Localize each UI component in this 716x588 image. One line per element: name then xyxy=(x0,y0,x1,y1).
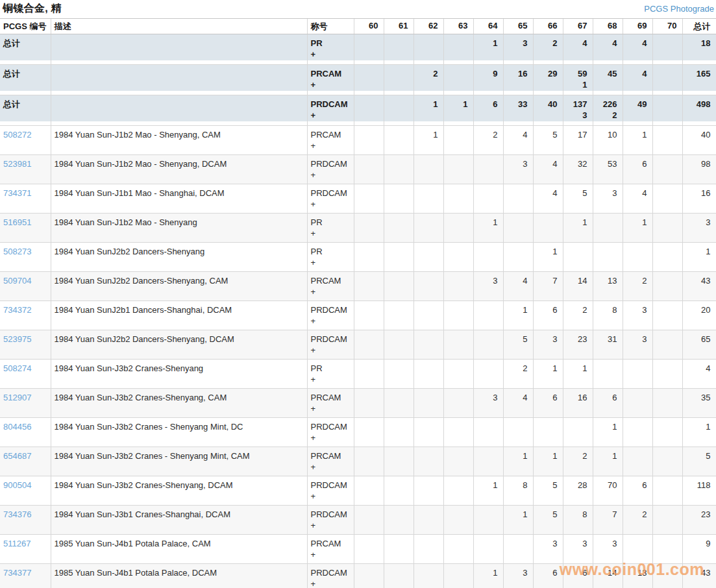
row-total-cell: 43 xyxy=(682,272,716,301)
grade-cell-64 xyxy=(473,184,503,214)
description-cell: 1984 Yuan Sun-J1b2 Mao - Shenyang, CAM xyxy=(51,126,307,155)
grade-cell-69: 13 xyxy=(623,564,652,588)
grade-cell-62 xyxy=(414,564,443,588)
grade-cell-67: 6 xyxy=(563,564,593,588)
designation-cell: PR+ xyxy=(307,34,354,65)
designation-cell: PRDCAM+ xyxy=(307,301,354,330)
grade-cell-69 xyxy=(623,389,652,418)
designation-cell: PRCAM+ xyxy=(307,65,354,95)
grade-cell-64 xyxy=(473,360,503,389)
pcgs-number-link[interactable]: 734372 xyxy=(3,305,31,315)
pcgs-number-cell: 508273 xyxy=(0,243,51,272)
row-total-cell: 1 xyxy=(682,418,716,447)
description-cell: 1984 Yuan SunJ2b1 Dancers-Shanghai, DCAM xyxy=(51,301,307,330)
grade-cell-64 xyxy=(473,418,503,447)
grade-cell-66: 1 xyxy=(533,360,563,389)
pcgs-number-link[interactable]: 523975 xyxy=(3,334,31,344)
grade-cell-64: 6 xyxy=(473,95,503,126)
grade-cell-65 xyxy=(503,184,533,214)
grade-cell-62: 2 xyxy=(414,65,443,95)
pcgs-number-link[interactable]: 512907 xyxy=(3,393,31,402)
grade-cell-61 xyxy=(384,301,414,330)
grade-cell-69: 1 xyxy=(623,214,652,243)
description-cell: 1984 Yuan Sun-J3b2 Cranes - Shenyang Min… xyxy=(51,418,307,447)
grade-cell-63 xyxy=(443,34,473,65)
grade-cell-63 xyxy=(443,360,473,389)
grade-cell-70 xyxy=(652,243,682,272)
grade-cell-67: 5 xyxy=(563,184,593,214)
population-table: PCGS 编号 描述 称号 6061626364656667686970总计 总… xyxy=(0,18,716,588)
grade-cell-60 xyxy=(354,535,384,564)
grade-cell-67: 28 xyxy=(563,476,593,506)
grade-cell-69: 1 xyxy=(623,126,652,155)
pcgs-number-link[interactable]: 734371 xyxy=(3,188,31,198)
row-total-cell: 16 xyxy=(682,184,716,214)
pcgs-number-link[interactable]: 734376 xyxy=(3,509,31,519)
designation-cell: PR+ xyxy=(307,360,354,389)
grade-column-header-63: 63 xyxy=(443,19,473,34)
pcgs-number-cell: 900504 xyxy=(0,476,51,506)
grade-cell-68: 45 xyxy=(593,65,623,95)
grade-cell-64 xyxy=(473,243,503,272)
designation-cell: PRDCAM+ xyxy=(307,95,354,126)
total-column-header: 总计 xyxy=(682,19,716,34)
grade-cell-69: 6 xyxy=(623,155,652,184)
grade-cell-63 xyxy=(443,301,473,330)
grade-cell-70 xyxy=(652,95,682,126)
grade-cell-67: 4 xyxy=(563,34,593,65)
grade-cell-64 xyxy=(473,447,503,476)
grade-cell-67: 2 xyxy=(563,301,593,330)
grade-cell-61 xyxy=(384,564,414,588)
grade-cell-67: 8 xyxy=(563,506,593,535)
grade-cell-60 xyxy=(354,564,384,588)
grade-cell-65 xyxy=(503,243,533,272)
grade-cell-64: 1 xyxy=(473,214,503,243)
pcgs-number-link[interactable]: 508273 xyxy=(3,247,31,256)
pcgs-number-link[interactable]: 654687 xyxy=(3,451,31,461)
grade-cell-70 xyxy=(652,126,682,155)
grade-cell-62 xyxy=(414,535,443,564)
grade-cell-64 xyxy=(473,155,503,184)
grade-cell-70 xyxy=(652,447,682,476)
designation-cell: PRDCAM+ xyxy=(307,155,354,184)
pcgs-number-link[interactable]: 508274 xyxy=(3,363,31,373)
grade-cell-69 xyxy=(623,360,652,389)
grade-cell-65: 33 xyxy=(503,95,533,126)
table-row: 7343771985 Yuan Sun-J4b1 Potala Palace, … xyxy=(0,564,716,588)
pcgs-number-link[interactable]: 511267 xyxy=(3,539,31,548)
pcgs-number-link[interactable]: 508272 xyxy=(3,130,31,140)
pcgs-number-link[interactable]: 516951 xyxy=(3,217,31,227)
row-total-cell: 40 xyxy=(682,126,716,155)
grade-column-header-66: 66 xyxy=(533,19,563,34)
grade-cell-69: 3 xyxy=(623,301,652,330)
grade-cell-66: 3 xyxy=(533,535,563,564)
description-cell: 1984 Yuan SunJ2b2 Dancers-Shenyang, DCAM xyxy=(51,330,307,360)
pcgs-number-link[interactable]: 523981 xyxy=(3,159,31,169)
grade-cell-63 xyxy=(443,330,473,360)
grade-cell-68 xyxy=(593,360,623,389)
pcgs-number-cell: 654687 xyxy=(0,447,51,476)
pcgs-number-link[interactable]: 734377 xyxy=(3,568,31,578)
grade-cell-66: 2 xyxy=(533,34,563,65)
grade-cell-61 xyxy=(384,214,414,243)
pcgs-number-link[interactable]: 509704 xyxy=(3,276,31,286)
pcgs-number-link[interactable]: 804456 xyxy=(3,422,31,432)
pcgs-number-cell: 516951 xyxy=(0,214,51,243)
grade-cell-60 xyxy=(354,126,384,155)
pcgs-number-cell: 734372 xyxy=(0,301,51,330)
grade-cell-62 xyxy=(414,184,443,214)
grade-cell-66: 5 xyxy=(533,476,563,506)
grade-cell-68: 31 xyxy=(593,330,623,360)
grade-cell-62 xyxy=(414,34,443,65)
description-cell: 1984 Yuan Sun-J3b2 Cranes-Shenyang, DCAM xyxy=(51,476,307,506)
grade-cell-61 xyxy=(384,272,414,301)
grade-cell-70 xyxy=(652,535,682,564)
designation-cell: PRCAM+ xyxy=(307,389,354,418)
description-cell: 1984 Yuan Sun-J3b2 Cranes-Shenyang, CAM xyxy=(51,389,307,418)
pcgs-number-cell: 523981 xyxy=(0,155,51,184)
grade-cell-68 xyxy=(593,243,623,272)
pcgs-photograde-link[interactable]: PCGS Photograde xyxy=(644,4,714,14)
pcgs-number-link[interactable]: 900504 xyxy=(3,480,31,490)
summary-row: 总计PRDCAM+11633401373226249498 xyxy=(0,95,716,126)
description-cell: 1985 Yuan Sun-J4b1 Potala Palace, CAM xyxy=(51,535,307,564)
